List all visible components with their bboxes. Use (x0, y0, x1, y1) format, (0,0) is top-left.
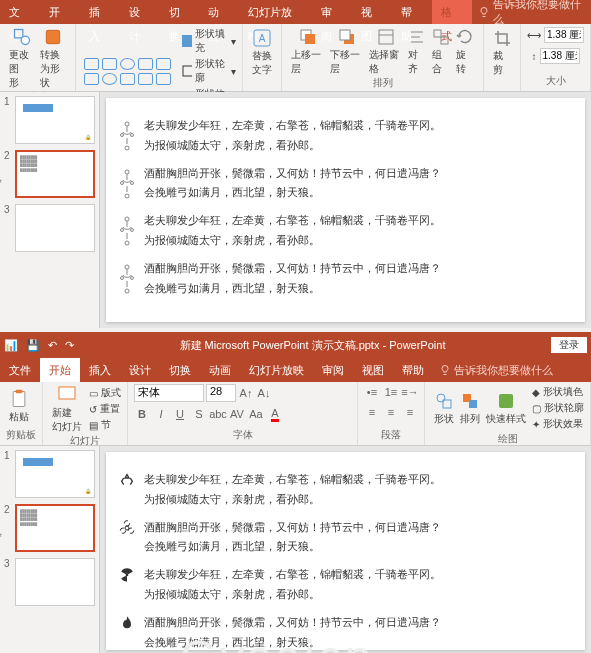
tab2-anim[interactable]: 动画 (200, 358, 240, 382)
shapes-button[interactable]: 形状 (431, 390, 457, 426)
tab-format[interactable]: 格式 (432, 0, 472, 24)
tab2-insert[interactable]: 插入 (80, 358, 120, 382)
svg-point-25 (121, 181, 124, 184)
effect-button-2[interactable]: ✦形状效果 (532, 416, 584, 432)
shape-outline-button[interactable]: 形状轮廓 ▾ (182, 56, 237, 86)
svg-rect-4 (183, 66, 192, 76)
bring-forward-button[interactable]: 上移一层 (288, 26, 327, 76)
rotate-button[interactable]: 旋转 (453, 26, 477, 76)
svg-rect-12 (379, 30, 393, 44)
group-button[interactable]: 组合 (429, 26, 453, 76)
shrink-font-icon[interactable]: A↓ (256, 385, 272, 401)
alt-text-button[interactable]: A替换 文字 (249, 27, 275, 77)
tab2-view[interactable]: 视图 (353, 358, 393, 382)
svg-point-33 (121, 276, 124, 279)
tab2-show[interactable]: 幻灯片放映 (240, 358, 313, 382)
tell-me[interactable]: 告诉我你想要做什么 (472, 0, 591, 27)
strike-icon[interactable]: S (191, 406, 207, 422)
svg-rect-9 (305, 34, 315, 44)
svg-point-21 (121, 134, 124, 137)
undo-icon[interactable]: ↶ (48, 339, 57, 352)
underline-icon[interactable]: U (172, 406, 188, 422)
svg-rect-35 (13, 392, 25, 407)
svg-point-29 (121, 229, 124, 232)
outline-button-2[interactable]: ▢形状轮廓 (532, 400, 584, 416)
shape-fill-button[interactable]: 形状填充 ▾ (182, 26, 237, 56)
align-button[interactable]: 对齐 (405, 26, 429, 76)
thumbnail-panel-2: 1🔒 2*████████████████████████████████ 3 (0, 446, 100, 653)
italic-icon[interactable]: I (153, 406, 169, 422)
send-backward-button[interactable]: 下移一层 (327, 26, 366, 76)
shadow-icon[interactable]: abc (210, 406, 226, 422)
tab2-review[interactable]: 审阅 (313, 358, 353, 382)
tab2-help[interactable]: 帮助 (393, 358, 433, 382)
indent-icon[interactable]: ≡→ (402, 384, 418, 400)
paste-button[interactable]: 粘贴 (6, 388, 32, 424)
tell-me-2[interactable]: 告诉我你想要做什么 (433, 363, 553, 378)
fill-button-2[interactable]: ◆形状填色 (532, 384, 584, 400)
tab-start[interactable]: 开始 (40, 0, 80, 24)
convert-shape-button[interactable]: 转换 为形状 (37, 26, 68, 90)
tab-trans[interactable]: 切换 (160, 0, 200, 24)
crop-button[interactable]: 裁剪 (490, 27, 514, 77)
svg-rect-17 (434, 30, 441, 37)
bold-icon[interactable]: B (134, 406, 150, 422)
size-combo[interactable]: 28 (206, 384, 236, 402)
ribbon-tabs-2: 文件 开始 插入 设计 切换 动画 幻灯片放映 审阅 视图 帮助 告诉我你想要做… (0, 358, 591, 382)
bullets-icon[interactable]: •≡ (364, 384, 380, 400)
tab2-start[interactable]: 开始 (40, 358, 80, 382)
slide-thumb-3[interactable]: 3 (4, 204, 95, 252)
height-input[interactable]: ⟷ (527, 26, 584, 44)
radiation-icon (118, 565, 136, 583)
selection-pane-button[interactable]: 选择窗格 (366, 26, 405, 76)
reset-button[interactable]: ↺ 重置 (89, 401, 121, 417)
save-icon[interactable]: 💾 (26, 339, 40, 352)
align-right-icon[interactable]: ≡ (402, 404, 418, 420)
tab-view[interactable]: 视图 (352, 0, 392, 24)
login-button[interactable]: 登录 (551, 337, 587, 353)
svg-point-31 (125, 265, 129, 269)
slide2-thumb-3[interactable]: 3 (4, 558, 95, 606)
new-slide-button[interactable]: 新建 幻灯片 (49, 384, 85, 434)
tab-anim[interactable]: 动画 (199, 0, 239, 24)
svg-rect-36 (16, 390, 23, 393)
svg-rect-18 (441, 37, 448, 44)
align-left-icon[interactable]: ≡ (364, 404, 380, 420)
color-icon[interactable]: A (267, 406, 283, 422)
case-icon[interactable]: Aa (248, 406, 264, 422)
svg-point-34 (131, 276, 134, 279)
spacing-icon[interactable]: AV (229, 406, 245, 422)
align-center-icon[interactable]: ≡ (383, 404, 399, 420)
slide2-thumb-2[interactable]: 2*████████████████████████████████ (4, 504, 95, 552)
redo-icon[interactable]: ↷ (65, 339, 74, 352)
svg-rect-11 (340, 30, 350, 40)
tab2-design[interactable]: 设计 (120, 358, 160, 382)
slide-thumb-1[interactable]: 1🔒 (4, 96, 95, 144)
font-combo[interactable]: 宋体 (134, 384, 204, 402)
tab2-trans[interactable]: 切换 (160, 358, 200, 382)
svg-point-44 (124, 520, 129, 525)
tab-insert[interactable]: 插入 (80, 0, 120, 24)
tab2-file[interactable]: 文件 (0, 358, 40, 382)
tab-review[interactable]: 审阅 (312, 0, 352, 24)
numbers-icon[interactable]: 1≡ (383, 384, 399, 400)
slide-thumb-2[interactable]: 2*████████████████████████████████ (4, 150, 95, 198)
grow-font-icon[interactable]: A↑ (238, 385, 254, 401)
recycle-icon (118, 470, 136, 488)
layout-button[interactable]: ▭ 版式 (89, 385, 121, 401)
tab-show[interactable]: 幻灯片放映 (239, 0, 312, 24)
section-button[interactable]: ▤ 节 (89, 417, 121, 433)
svg-point-26 (131, 181, 134, 184)
tab-file[interactable]: 文件 (0, 0, 40, 24)
tab-design[interactable]: 设计 (120, 0, 160, 24)
svg-point-20 (125, 146, 129, 150)
tab-help[interactable]: 帮助 (392, 0, 432, 24)
slide2-thumb-1[interactable]: 1🔒 (4, 450, 95, 498)
quick-style-button[interactable]: 快速样式 (483, 390, 529, 426)
width-input[interactable]: ↕ (532, 47, 580, 65)
arrange-button[interactable]: 排列 (457, 390, 483, 426)
shape-gallery[interactable] (82, 56, 176, 87)
change-shape-button[interactable]: 更改图 形 (6, 26, 37, 90)
svg-point-19 (125, 122, 129, 126)
slide-canvas: 老夫聊发少年狂，左牵黄，右擎苍，锦帽貂裘，千骑卷平冈。为报倾城随太守，亲射虎，看… (106, 98, 585, 322)
